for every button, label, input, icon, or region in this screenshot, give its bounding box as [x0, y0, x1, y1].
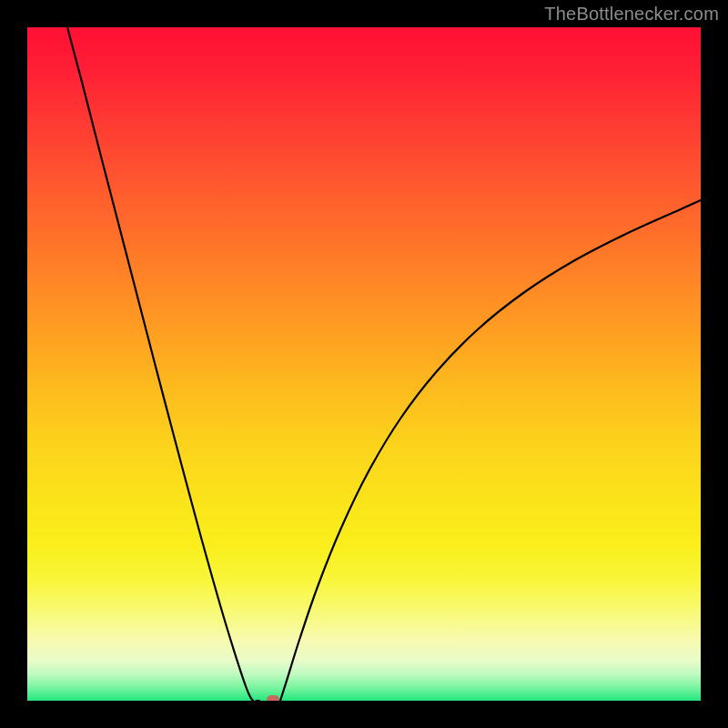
- chart-frame: TheBottlenecker.com: [0, 0, 728, 728]
- bottleneck-curve: [27, 27, 701, 701]
- curve-left-branch: [67, 27, 259, 701]
- plot-area: [27, 27, 701, 701]
- curve-right-branch: [280, 200, 701, 701]
- watermark-text: TheBottlenecker.com: [544, 4, 719, 25]
- optimal-point-marker: [267, 695, 279, 701]
